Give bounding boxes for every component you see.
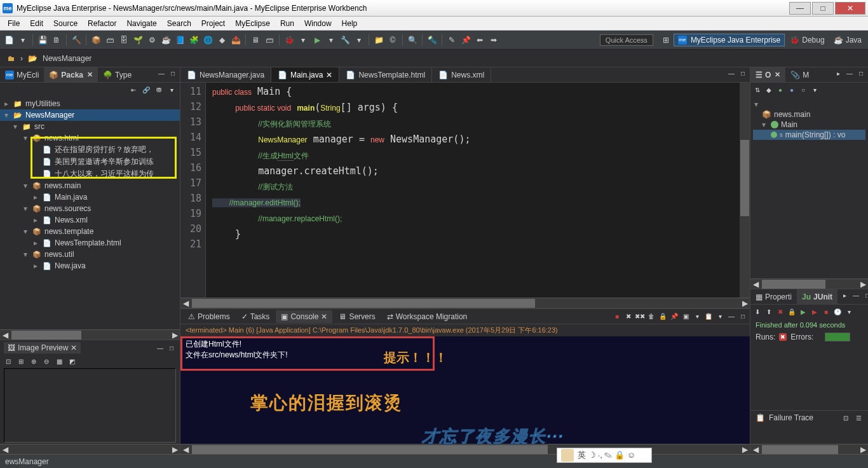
menu-project[interactable]: Project xyxy=(196,18,230,29)
tree-pkg-news-sources[interactable]: news.sourecs xyxy=(44,204,91,213)
tree-pkg-news-main[interactable]: news.main xyxy=(44,181,81,190)
struts-icon[interactable]: ⚙ xyxy=(146,34,158,46)
maximize-editor-icon[interactable]: □ xyxy=(738,69,747,78)
sort-icon[interactable]: ⇅ xyxy=(753,85,762,94)
collapse-all-icon[interactable]: ⇤ xyxy=(129,85,138,94)
mode-icon[interactable]: ◩ xyxy=(67,357,76,366)
tree-scrollbar[interactable]: ◀▶ xyxy=(0,329,180,340)
junit-scrollbar[interactable]: ◀▶ xyxy=(750,444,868,454)
display-console-icon[interactable]: ▣ xyxy=(681,312,690,321)
tree-pkg-news-html[interactable]: news.html xyxy=(44,134,79,142)
pin-icon[interactable]: 📌 xyxy=(459,34,472,46)
link-editor-icon[interactable]: 🔗 xyxy=(142,85,151,94)
back-icon[interactable]: ⬅ xyxy=(473,34,486,46)
open-perspective-icon[interactable]: ⊞ xyxy=(660,34,672,46)
tab-tasks[interactable]: ✓Tasks xyxy=(236,310,275,323)
menu-window[interactable]: Window xyxy=(299,18,337,29)
console-output[interactable]: 已创建Html文件! 文件在src/news/html文件夹下! 提示！！！ 掌… xyxy=(180,336,750,444)
xml-icon[interactable]: ◆ xyxy=(215,34,228,46)
filter-local-icon[interactable]: ○ xyxy=(799,85,808,94)
close-button[interactable]: ✕ xyxy=(835,2,865,15)
tree-pkg-news-util[interactable]: news.util xyxy=(44,250,74,259)
next-fail-icon[interactable]: ⬇ xyxy=(753,307,762,316)
pin-console-icon[interactable]: 📌 xyxy=(670,312,679,321)
view-menu-icon[interactable]: ▾ xyxy=(167,85,176,94)
html-icon[interactable]: 🌐 xyxy=(201,34,214,46)
tree-new-java[interactable]: New.java xyxy=(55,261,86,270)
new-icon[interactable]: 📄 xyxy=(3,34,15,46)
menu-edit[interactable]: Edit xyxy=(25,18,48,29)
maximize-view-icon[interactable]: □ xyxy=(168,69,177,78)
editor-tab-newsmanager[interactable]: 📄NewsManager.java xyxy=(180,67,271,82)
code-editor[interactable]: 1112131415161718192021 public class Main… xyxy=(180,83,750,298)
tree-html-file-3[interactable]: 十八大以来，习近平这样为传 xyxy=(55,169,154,179)
search2-icon[interactable]: 🔦 xyxy=(426,34,438,46)
fail-only-icon[interactable]: ✖ xyxy=(776,307,785,316)
menu-file[interactable]: File xyxy=(3,18,25,29)
filter-trace-icon[interactable]: ☰ xyxy=(854,413,863,422)
outline-class[interactable]: Main xyxy=(781,120,797,129)
tab-problems[interactable]: ⚠Problems xyxy=(183,310,235,323)
minimize-button[interactable]: — xyxy=(789,2,811,15)
tab-outline[interactable]: ☰O✕ xyxy=(750,67,785,82)
ime-toolbar[interactable]: 英 ☽ ⸱, ✎ 🔒 ☺ xyxy=(557,448,652,463)
scroll-lock2-icon[interactable]: 🔒 xyxy=(787,307,796,316)
minimize-view-icon[interactable]: — xyxy=(845,69,854,78)
build-icon[interactable]: 🔨 xyxy=(70,34,83,46)
editor-scrollbar-v[interactable] xyxy=(740,83,750,298)
tab-type-hierarchy[interactable]: 🌳Type xyxy=(98,67,137,82)
preview-scrollbar[interactable]: ◀▶ xyxy=(0,444,180,454)
scroll-lock-icon[interactable]: 🔒 xyxy=(658,312,667,321)
editor-tab-main[interactable]: 📄Main.java✕ xyxy=(271,67,339,82)
forward-icon[interactable]: ➡ xyxy=(487,34,500,46)
tree-src-folder[interactable]: src xyxy=(34,122,44,131)
image-preview-tab[interactable]: 🖼Image Preview✕ xyxy=(4,342,81,354)
new-class-icon[interactable]: © xyxy=(386,34,399,46)
tab-workspace-migration[interactable]: ⇄Workspace Migration xyxy=(382,310,473,323)
close-icon[interactable]: ✕ xyxy=(71,343,77,352)
perspective-debug[interactable]: 🐞Debug xyxy=(786,34,828,46)
annotate-icon[interactable]: ✎ xyxy=(445,34,458,46)
editor-tab-newsxml[interactable]: 📄News.xml xyxy=(432,67,491,82)
history-icon[interactable]: 🕐 xyxy=(833,307,842,316)
maximize-view-icon[interactable]: □ xyxy=(167,343,176,352)
menu-myeclipse[interactable]: MyEclipse xyxy=(230,18,275,29)
tab-junit[interactable]: JuJUnit xyxy=(797,289,837,304)
run-icon[interactable]: ▶ xyxy=(311,34,323,46)
code-content[interactable]: public class Main { public static void m… xyxy=(206,83,740,298)
compare-icon[interactable]: ⊡ xyxy=(841,413,850,422)
ime-keys[interactable]: 英 ☽ ⸱, ✎ 🔒 ☺ xyxy=(578,450,635,461)
rerun-fail-icon[interactable]: ▶ xyxy=(810,307,819,316)
perspective-java[interactable]: ☕Java xyxy=(830,34,865,46)
filter-public-icon[interactable]: ● xyxy=(787,85,796,94)
tree-template-html[interactable]: NewsTemplate.html xyxy=(55,238,121,247)
close-icon[interactable]: ✕ xyxy=(326,71,332,79)
tab-package-explorer[interactable]: 📦Packa✕ xyxy=(44,67,98,82)
menu-help[interactable]: Help xyxy=(337,18,363,29)
rerun-icon[interactable]: ▶ xyxy=(799,307,808,316)
menu-source[interactable]: Source xyxy=(48,18,83,29)
menu-refactor[interactable]: Refactor xyxy=(83,18,121,29)
tree-html-file-2[interactable]: 美国男篮邀请考辛斯参加训练 xyxy=(55,156,154,167)
new-ejb-icon[interactable]: 🗃 xyxy=(104,34,116,46)
open-type-icon[interactable]: 🔍 xyxy=(406,34,419,46)
editor-scrollbar-h[interactable]: ◀▶ xyxy=(180,298,750,308)
outline-method-main[interactable]: main(String[]) : vo xyxy=(785,130,846,139)
filter-fields-icon[interactable]: ◆ xyxy=(764,85,773,94)
save-icon[interactable]: 💾 xyxy=(36,34,49,46)
minimize-view-icon[interactable]: — xyxy=(851,291,860,299)
close-icon[interactable]: ✕ xyxy=(321,312,327,321)
spring-icon[interactable]: 🌱 xyxy=(132,34,144,46)
open-console-icon[interactable]: 📋 xyxy=(704,312,713,321)
minimize-editor-icon[interactable]: — xyxy=(727,69,736,78)
menu-run[interactable]: Run xyxy=(275,18,299,29)
zoom-in-icon[interactable]: ⊕ xyxy=(29,357,38,366)
applet-icon[interactable]: 🧩 xyxy=(187,34,200,46)
outline-package[interactable]: news.main xyxy=(774,110,810,119)
terminate-icon[interactable]: ■ xyxy=(613,312,621,321)
breadcrumb-project[interactable]: NewsManager xyxy=(43,54,92,63)
zoom-out-icon[interactable]: ⊖ xyxy=(42,357,51,366)
maximize-view-icon[interactable]: □ xyxy=(857,69,865,78)
close-icon[interactable]: ✕ xyxy=(775,71,780,79)
console-scrollbar[interactable]: ◀▶ xyxy=(180,444,750,454)
